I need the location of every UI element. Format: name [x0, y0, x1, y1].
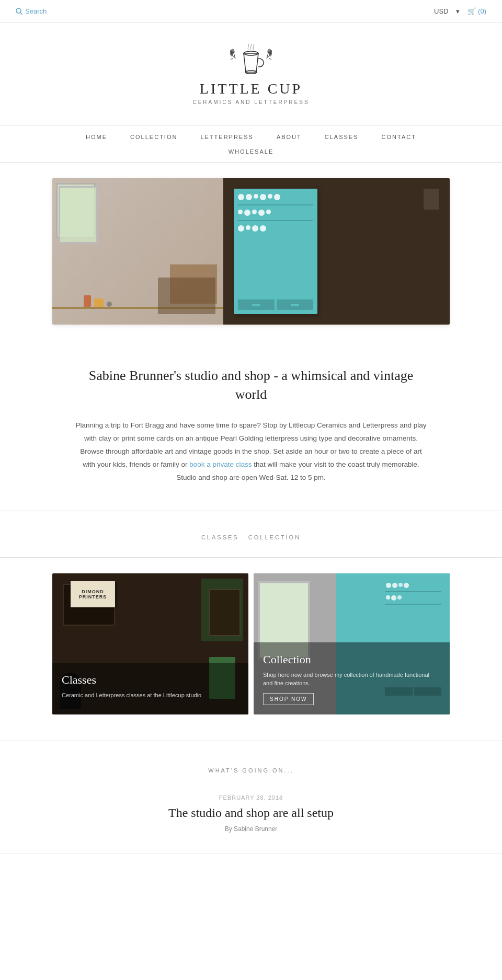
logo-wrapper[interactable]: LITTLE CUP CERAMICS AND LETTERPRESS	[10, 44, 492, 105]
currency-selector[interactable]: USD	[434, 7, 448, 15]
hero-panel-left	[52, 178, 223, 325]
teal-cabinet	[234, 189, 317, 314]
intro-body: Planning a trip to Fort Bragg and have s…	[73, 419, 429, 485]
hero-image	[52, 178, 450, 325]
site-tagline: CERAMICS AND LETTERPRESS	[192, 99, 309, 105]
logo-cup-icon	[230, 44, 272, 77]
card-collection-desc: Shop here now and browse my collection o…	[263, 671, 440, 688]
search-icon	[16, 8, 22, 15]
card-collection-overlay: Collection Shop here now and browse my c…	[254, 642, 450, 714]
post-author: By Sabine Brunner	[105, 825, 397, 833]
whats-going-on-section: WHAT'S GOING ON... FEBRUARY 28, 2018 The…	[0, 741, 502, 870]
card-classes-overlay: Classes Ceramic and Letterpress classes …	[52, 663, 248, 714]
nav-secondary-row: WHOLESALE	[0, 148, 502, 162]
site-header: LITTLE CUP CERAMICS AND LETTERPRESS	[0, 23, 502, 125]
cards-grid: DIMOND PRINTERS Classes Ceramic and Lett…	[52, 573, 450, 714]
nav-main-row: HOME COLLECTION LETTERPRESS ABOUT CLASSE…	[0, 125, 502, 148]
cart-link[interactable]: 🛒 (0)	[467, 7, 486, 15]
search-label: Search	[25, 7, 47, 15]
hero-panel-right	[223, 178, 450, 325]
card-collection[interactable]: Collection Shop here now and browse my c…	[254, 573, 450, 714]
hero-section	[0, 163, 502, 340]
nav-item-classes[interactable]: CLASSES	[313, 134, 370, 148]
section-links: CLASSES . COLLECTION	[0, 511, 502, 558]
private-class-link[interactable]: book a private class	[189, 460, 252, 468]
intro-section: Sabine Brunner's studio and shop - a whi…	[0, 340, 502, 511]
currency-arrow: ▾	[456, 7, 460, 15]
top-bar: Search USD ▾ 🛒 (0)	[0, 0, 502, 23]
section-links-text: CLASSES . COLLECTION	[201, 534, 301, 540]
nav-item-contact[interactable]: CONTACT	[370, 134, 428, 148]
nav-item-wholesale[interactable]: WHOLESALE	[229, 148, 273, 155]
shop-now-button[interactable]: SHOP NOW	[263, 693, 314, 705]
bottom-divider	[0, 854, 502, 854]
intro-body-2: that will make your visit to the coast t…	[252, 460, 419, 468]
nav-item-about[interactable]: ABOUT	[265, 134, 313, 148]
nav-item-home[interactable]: HOME	[74, 134, 119, 148]
main-nav: HOME COLLECTION LETTERPRESS ABOUT CLASSE…	[0, 125, 502, 163]
svg-line-1	[20, 13, 22, 15]
card-classes-title: Classes	[62, 673, 239, 687]
blog-post: FEBRUARY 28, 2018 The studio and shop ar…	[0, 794, 502, 833]
site-title: LITTLE CUP	[200, 80, 302, 97]
cart-count: (0)	[478, 7, 486, 15]
svg-point-0	[16, 8, 21, 13]
top-bar-right: USD ▾ 🛒 (0)	[434, 7, 486, 15]
search-trigger[interactable]: Search	[16, 7, 47, 15]
cards-section: DIMOND PRINTERS Classes Ceramic and Lett…	[0, 558, 502, 741]
nav-item-letterpress[interactable]: LETTERPRESS	[189, 134, 265, 148]
intro-title: Sabine Brunner's studio and shop - a whi…	[73, 366, 429, 405]
whats-going-on-heading: WHAT'S GOING ON...	[0, 767, 502, 774]
intro-body-3: Studio and shop are open Wed-Sat. 12 to …	[176, 474, 326, 481]
post-date: FEBRUARY 28, 2018	[105, 794, 397, 801]
post-title[interactable]: The studio and shop are all setup	[105, 806, 397, 820]
card-classes-desc: Ceramic and Letterpress classes at the L…	[62, 691, 239, 700]
card-classes[interactable]: DIMOND PRINTERS Classes Ceramic and Lett…	[52, 573, 248, 714]
card-collection-title: Collection	[263, 653, 440, 666]
nav-item-collection[interactable]: COLLECTION	[119, 134, 189, 148]
